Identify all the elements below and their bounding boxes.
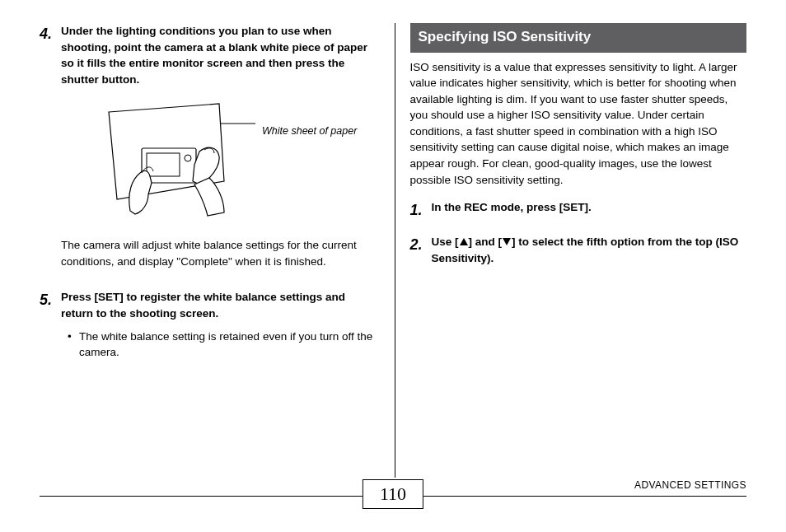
step-5: 5. Press [SET] to register the white bal…: [40, 289, 377, 360]
svg-rect-3: [147, 153, 180, 176]
iso-paragraph: ISO sensitivity is a value that expresse…: [410, 59, 747, 189]
step-5-heading: Press [SET] to register the white balanc…: [61, 289, 377, 321]
step-4-subtext: The camera will adjust white balance set…: [61, 237, 377, 269]
right-column: Specifying ISO Sensitivity ISO sensitivi…: [410, 23, 747, 478]
step-number: 4.: [40, 23, 61, 87]
step-number: 5.: [40, 289, 61, 360]
step-2: 2. Use [] and [] to select the fifth opt…: [410, 234, 747, 266]
step-2-heading: Use [] and [] to select the fifth option…: [432, 234, 747, 266]
step-4-subtext-wrap: The camera will adjust white balance set…: [40, 237, 377, 269]
page-footer: 110 ADVANCED SETTINGS: [40, 478, 746, 516]
step-5-bullet-text: The white balance setting is retained ev…: [79, 329, 377, 361]
step-number: 1.: [410, 199, 432, 221]
svg-marker-6: [503, 238, 511, 245]
illustration: White sheet of paper: [61, 102, 377, 226]
left-column: 4. Under the lighting conditions you pla…: [40, 23, 380, 478]
section-title-bar: Specifying ISO Sensitivity: [410, 23, 747, 53]
illustration-label: White sheet of paper: [262, 124, 357, 138]
column-divider: [395, 23, 395, 478]
step-1-heading: In the REC mode, press [SET].: [432, 199, 747, 216]
step-2-text-pre: Use [: [432, 236, 459, 248]
camera-paper-illustration-icon: [94, 102, 259, 226]
footer-section-label: ADVANCED SETTINGS: [626, 479, 746, 491]
step-number: 2.: [410, 234, 432, 266]
up-triangle-icon: [459, 237, 469, 246]
step-4: 4. Under the lighting conditions you pla…: [40, 23, 377, 87]
step-2-text-mid: ] and [: [469, 236, 503, 248]
bullet-dot-icon: •: [68, 329, 79, 361]
down-triangle-icon: [502, 237, 512, 246]
step-5-bullet: • The white balance setting is retained …: [61, 329, 377, 361]
svg-marker-5: [460, 238, 468, 245]
page-number: 110: [363, 479, 423, 509]
step-4-heading: Under the lighting conditions you plan t…: [61, 23, 377, 87]
svg-point-4: [185, 155, 191, 161]
step-1: 1. In the REC mode, press [SET].: [410, 199, 747, 221]
